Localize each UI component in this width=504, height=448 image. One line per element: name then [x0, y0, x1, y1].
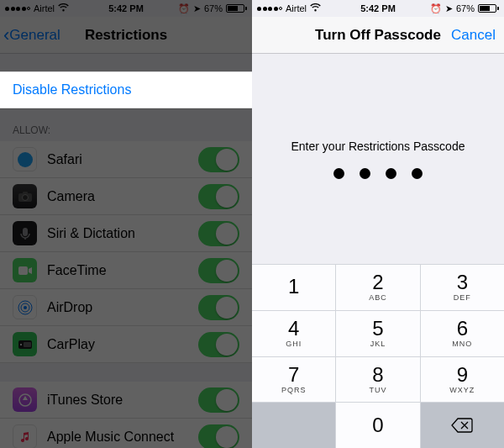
svg-rect-3 [23, 192, 28, 194]
carplay-icon [13, 332, 37, 356]
chevron-left-icon: ‹ [3, 26, 9, 45]
app-row-siri[interactable]: Siri & Dictation [0, 215, 252, 252]
signal-strength-icon [257, 7, 282, 11]
key-sub: JKL [370, 340, 386, 348]
keypad-7[interactable]: 7PQRS [252, 357, 335, 403]
signal-strength-icon [5, 7, 30, 11]
app-row-applemusic[interactable]: Apple Music Connect [0, 419, 252, 448]
pin-dot [412, 168, 423, 179]
keypad-6[interactable]: 6MNO [421, 311, 504, 356]
passcode-screen: Airtel 5:42 PM ⏰ ➤ 67% Turn Off Passcode… [252, 0, 504, 448]
battery-percent: 67% [204, 3, 223, 13]
key-num: 9 [457, 365, 468, 385]
app-label: CarPlay [47, 337, 198, 352]
backspace-icon [451, 418, 473, 433]
app-row-airdrop[interactable]: AirDrop [0, 289, 252, 326]
keypad-empty [252, 403, 335, 448]
keypad-4[interactable]: 4GHI [252, 311, 335, 356]
toggle-applemusic[interactable] [198, 424, 239, 449]
key-num: 1 [288, 277, 299, 297]
nav-bar: ‹ General Restrictions [0, 17, 252, 54]
nav-bar: Turn Off Passcode Cancel [252, 17, 504, 54]
app-label: Camera [47, 189, 198, 204]
key-sub: ABC [369, 293, 387, 302]
apple-music-icon [13, 424, 37, 448]
app-row-camera[interactable]: Camera [0, 178, 252, 215]
status-bar: Airtel 5:42 PM ⏰ ➤ 67% [252, 0, 504, 17]
svg-rect-12 [24, 342, 31, 347]
wifi-icon [58, 3, 69, 13]
siri-icon [13, 221, 37, 245]
cancel-label: Cancel [451, 27, 496, 43]
app-row-facetime[interactable]: FaceTime [0, 252, 252, 289]
keypad-8[interactable]: 8TUV [336, 357, 419, 403]
itunes-icon [13, 387, 37, 412]
safari-icon [13, 147, 37, 171]
alarm-icon: ⏰ [178, 3, 190, 14]
airdrop-icon [13, 295, 37, 319]
app-row-itunes[interactable]: iTunes Store [0, 382, 252, 419]
key-num: 7 [288, 365, 299, 385]
key-sub: TUV [369, 386, 386, 394]
toggle-camera[interactable] [198, 184, 239, 209]
status-bar: Airtel 5:42 PM ⏰ ➤ 67% [0, 0, 252, 17]
pin-dot [360, 168, 370, 179]
back-button[interactable]: ‹ General [0, 26, 60, 45]
keypad-0[interactable]: 0 [336, 403, 419, 448]
svg-point-7 [24, 306, 27, 309]
toggle-facetime[interactable] [198, 258, 239, 283]
pin-dot [386, 168, 396, 179]
alarm-icon: ⏰ [430, 3, 442, 14]
toggle-airdrop[interactable] [198, 295, 239, 320]
location-icon: ➤ [193, 3, 201, 14]
carrier-label: Airtel [286, 3, 307, 13]
passcode-entry-area: Enter your Restrictions Passcode [252, 54, 504, 264]
keypad-3[interactable]: 3DEF [421, 265, 504, 310]
battery-percent: 67% [456, 3, 475, 13]
keypad-2[interactable]: 2ABC [336, 265, 419, 310]
app-row-carplay[interactable]: CarPlay [0, 326, 252, 363]
toggle-safari[interactable] [198, 147, 239, 172]
svg-point-11 [20, 344, 22, 345]
passcode-prompt: Enter your Restrictions Passcode [291, 140, 465, 153]
key-num: 5 [372, 319, 383, 339]
camera-icon [13, 184, 37, 208]
svg-point-2 [22, 194, 28, 200]
svg-rect-4 [23, 228, 28, 236]
pin-dots [333, 168, 423, 179]
app-label: Safari [47, 152, 198, 167]
allow-section-header: ALLOW: [0, 109, 252, 141]
cancel-button[interactable]: Cancel [451, 27, 496, 44]
key-num: 0 [372, 415, 383, 435]
key-sub: DEF [454, 293, 471, 302]
keypad-5[interactable]: 5JKL [336, 311, 419, 356]
toggle-carplay[interactable] [198, 332, 239, 357]
key-sub: WXYZ [449, 386, 475, 394]
key-num: 6 [457, 319, 468, 339]
clock: 5:42 PM [108, 3, 144, 13]
keypad-1[interactable]: 1 [252, 265, 335, 310]
clock: 5:42 PM [360, 3, 396, 13]
app-row-safari[interactable]: Safari [0, 141, 252, 178]
battery-icon [226, 4, 247, 13]
facetime-icon [13, 258, 37, 282]
keypad-backspace[interactable] [421, 403, 504, 448]
svg-rect-6 [18, 266, 28, 275]
pin-dot [333, 168, 344, 179]
toggle-itunes[interactable] [198, 387, 239, 413]
key-num: 3 [457, 272, 468, 293]
carrier-label: Airtel [34, 3, 55, 13]
key-num: 4 [288, 319, 299, 339]
restrictions-screen: Airtel 5:42 PM ⏰ ➤ 67% ‹ General Restric… [0, 0, 252, 448]
disable-restrictions-label-highlight: Disable Restrictions [13, 82, 131, 98]
key-sub: PQRS [281, 386, 307, 394]
key-sub: MNO [452, 340, 472, 348]
battery-icon [478, 4, 499, 13]
key-num: 2 [372, 272, 383, 293]
toggle-siri[interactable] [198, 221, 239, 246]
back-label: General [9, 27, 60, 44]
keypad-9[interactable]: 9WXYZ [421, 357, 504, 403]
app-label: Apple Music Connect [47, 430, 198, 445]
disable-restrictions-highlight[interactable]: Disable Restrictions [0, 71, 252, 108]
app-label: iTunes Store [47, 393, 198, 408]
